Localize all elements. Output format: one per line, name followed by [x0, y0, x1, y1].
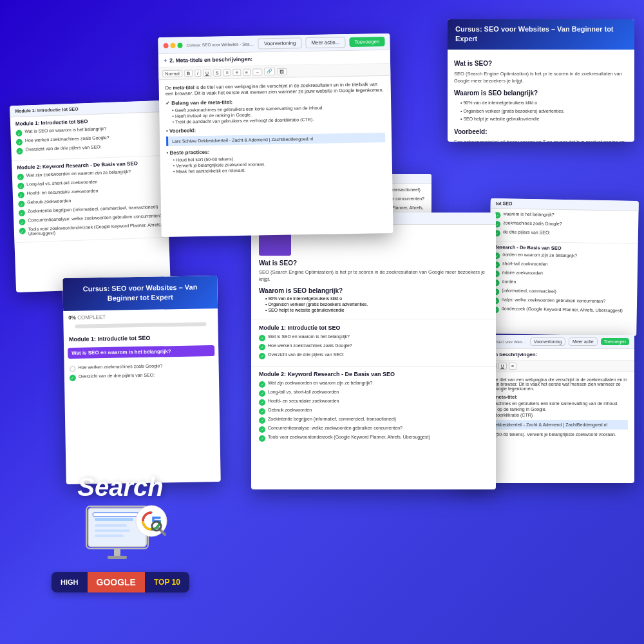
card-editor-meta: Cursus: SEO voor Websites - Sea-Beginner… [158, 33, 393, 237]
card7-module2-title: Module 2: Keyword Research - De Basis va… [259, 371, 488, 377]
search-section: Search [52, 473, 189, 592]
example-box: Lars Schiwe Dekbeddverteil - Zacht & Ade… [166, 133, 385, 146]
card7-wat-title: Wat is SEO? [259, 260, 488, 267]
card4-item2: • Organisch verkeer (gratis bezoekers) a… [460, 108, 628, 115]
course-title: Cursus: SEO voor Websites – Van Beginner… [69, 282, 211, 305]
search-label: Search [52, 473, 189, 502]
card7-module1-title: Module 1: Introductie tot SEO [259, 325, 488, 331]
card4-item1: • 90% van de internetgebruikers klikt o [460, 100, 628, 107]
card4-example-title: Voorbeeld: [454, 127, 628, 137]
editor-best-practices: • Beste practices: • Houd het kort (50-6… [166, 146, 386, 174]
list-item: ✓Overzicht van de drie pijlers van SEO: [259, 352, 488, 359]
svg-rect-8 [93, 513, 142, 516]
card4-wat-title: Wat is SEO? [454, 59, 628, 68]
toolbar-image[interactable]: 🖼 [277, 68, 287, 75]
list-item: ✓Long-tall vs. short-tall zoekwoorden [259, 390, 488, 397]
list-item: ✓oorden en waarom zijn ze belangrijk? [493, 252, 634, 261]
card-module-list-bg: Module 1: Introductie tot SEO Module 1: … [10, 100, 171, 292]
editor-section1: ✓ Belang van de meta-titel: • Geeft zoek… [166, 97, 385, 124]
list-item: ✓Tools voor zoekwoordonderzoek (Google K… [259, 435, 488, 442]
list-item: ✓de drie pijlers van SEO: [494, 229, 634, 239]
card8-preview-btn[interactable]: Voorvertoning [530, 337, 565, 346]
badge-high: HIGH [52, 572, 88, 592]
preview-btn[interactable]: Voorvertoning [258, 37, 302, 49]
card7-item2: • Organisch verkeer (gratis bezoekers ad… [265, 302, 488, 307]
card7-waarom-title: Waarom is SEO belangrijk? [259, 287, 488, 294]
list-item[interactable]: ✓Overzicht van de drie pijlers van SEO: [70, 372, 214, 381]
list-item: ✓oorden [493, 279, 633, 289]
toolbar-align[interactable]: ≡ [223, 69, 231, 76]
list-item: ✓Gebruik zoekwoorden [259, 408, 488, 415]
svg-rect-5 [95, 524, 127, 527]
list-item: ✓Wat is SEO en waarom is het belangrijk? [259, 334, 488, 341]
card-module-list-right: tot SEO ✓waarom is het belangrijk? ✓zoek… [488, 198, 639, 336]
list-item: ✓zoekmachines zoals Google? [494, 220, 634, 230]
list-item[interactable]: Hoe werken zoekmachines zoals Google? [70, 363, 214, 372]
toolbar-strikethrough[interactable]: S [213, 69, 222, 76]
save-btn[interactable]: Toevoegen [349, 37, 384, 47]
list-item: ✓nalys: welke zoekwoorden gebruiken conc… [493, 297, 633, 307]
card4-waarom-title: Waarom is SEO belangrijk? [454, 88, 628, 98]
svg-rect-6 [95, 529, 130, 532]
toolbar-underline[interactable]: U [498, 363, 507, 370]
progress-label: 0% COMPLEET [68, 312, 213, 321]
badge-google: GOOGLE [88, 572, 145, 592]
course-header: Cursus: SEO voor Websites – Van Beginner… [62, 276, 218, 311]
toolbar-list-ul[interactable]: ≡ [233, 68, 241, 75]
svg-rect-2 [114, 549, 120, 556]
list-item: ✓Wat zijn zoekwoorden en waarom zijn ze … [259, 381, 488, 388]
toolbar-bold[interactable]: B [184, 70, 193, 77]
card-course-outline: Cursus: SEO voor Websites – Van Beginner… [62, 276, 221, 484]
toolbar-italic[interactable]: I [194, 70, 201, 77]
example-title: • Voorbeeld: [166, 124, 385, 134]
list-item: ✓donderzoek (Google Keyword Planner, Ahr… [493, 306, 633, 316]
card7-item1: • 90% van de internetgebruikers klikt o [265, 296, 488, 301]
card-main-content: Wat is SEO? SEO (Search Engine Optimizat… [251, 213, 496, 489]
search-icon-group [85, 505, 156, 565]
toolbar-indent[interactable]: → [252, 68, 262, 75]
list-item: ✓waarom is het belangrijk? [494, 211, 634, 221]
toolbar-normal[interactable]: Normal [162, 70, 182, 77]
toolbar-list-ol[interactable]: ≡ [243, 68, 251, 75]
card1-breadcrumb: Module 1: Introductie tot SEO [15, 104, 159, 113]
card4-example-text: Een schoenenwinkel wil hoger scoren op T… [454, 138, 628, 142]
editor-content-area[interactable]: De meta-titel is de titel van een webpag… [158, 76, 392, 180]
module-section-title: Module 1: Introductie tot SEO [64, 331, 218, 345]
list-item: ✓Hoe werken zoekmachines zoals Google? [259, 343, 488, 350]
list-item: ✓(informatieel, commercieel) [493, 288, 633, 298]
actions-btn[interactable]: Meer actie... [305, 37, 345, 48]
list-item: ✓Hoofd- en secundaire zoekwoorden [259, 399, 488, 406]
card3-breadcrumb: Cursus: SEO voor Websites - Sea-Beginner… [186, 42, 254, 48]
card-info-top-right: Cursus: SEO voor Websites – Van Beginner… [448, 19, 634, 142]
svg-rect-4 [95, 518, 133, 521]
card4-title: Cursus: SEO voor Websites – Van Beginner… [455, 24, 627, 44]
list-item: ✓ndaire zoekwoorden [493, 270, 634, 279]
badge-row: HIGH GOOGLE TOP 10 [52, 572, 189, 592]
active-lesson-item[interactable]: Wat is SEO en waarom is het belangrijk? [68, 345, 214, 359]
badge-top: TOP 10 [145, 572, 189, 592]
card4-wat-text: SEO (Search Engine Optimization) is het … [454, 70, 628, 85]
toolbar-link[interactable]: 🔗 [264, 68, 275, 75]
card4-item3: • SEO helpt je website gebruiksvriendie [460, 116, 628, 123]
list-item: ✓Zoekintentie begrijpen (informatief, co… [259, 417, 488, 424]
toolbar-align[interactable]: ≡ [509, 363, 516, 370]
card8-actions-btn[interactable]: Meer actie [569, 337, 598, 346]
editor-example: • Voorbeeld: Lars Schiwe Dekbeddverteil … [166, 124, 385, 146]
svg-rect-3 [108, 556, 127, 559]
toolbar-underline[interactable]: U [203, 69, 211, 76]
svg-rect-7 [95, 535, 124, 537]
card8-save-btn[interactable]: Toevoegen [601, 338, 629, 345]
google-icon [135, 505, 167, 537]
card6-module2-title: Research - De Basis van SEO [493, 244, 634, 252]
list-item: ✓Concurrentieanalyse: welke zoekwoorden … [259, 426, 488, 433]
editor-heading: 2. Meta-titels en beschrijvingen: [169, 56, 252, 64]
card7-wat-text: SEO (Search Engine Optimization) is het … [259, 269, 488, 283]
editor-paragraph: De meta-titel is de titel van een webpag… [166, 81, 384, 97]
list-item: ✓short-tail zoekwoorden [493, 261, 634, 270]
card7-item3: • SEO helpt te website gebruiksvriendie [265, 308, 488, 312]
